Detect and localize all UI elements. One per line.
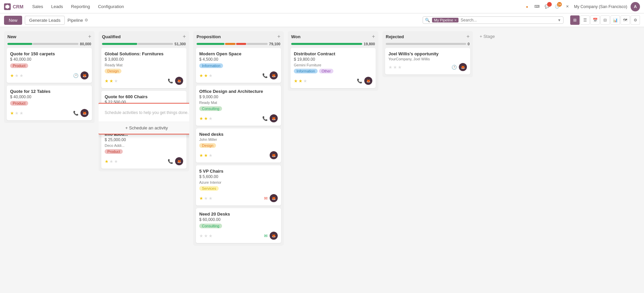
stars[interactable]: ★ ★ ★ <box>10 111 23 116</box>
star-1[interactable]: ★ <box>199 196 203 201</box>
card-avatar[interactable]: 🦊 <box>270 194 278 202</box>
star-3[interactable]: ★ <box>303 78 307 83</box>
card-title[interactable]: Global Solutions: Furnitures <box>105 51 183 56</box>
stars[interactable]: ★ ★ ★ <box>199 196 213 201</box>
star-2[interactable]: ★ <box>15 111 19 116</box>
filter-tag[interactable]: My Pipeline × <box>432 18 459 22</box>
clock-icon[interactable]: 🕐 <box>451 65 457 70</box>
star-2[interactable]: ★ <box>204 196 208 201</box>
card-avatar[interactable]: 🦊 <box>270 232 278 240</box>
card-avatar[interactable]: 🦊 <box>175 77 183 85</box>
tag-services[interactable]: Services <box>199 186 219 191</box>
circle-status-icon[interactable]: ● <box>524 3 530 10</box>
star-3[interactable]: ★ <box>114 78 118 83</box>
tag-information[interactable]: Information <box>294 69 318 73</box>
card-title[interactable]: Office Design and Architecture <box>199 89 278 94</box>
generate-leads-button[interactable]: Generate Leads <box>25 16 65 25</box>
star-3[interactable]: ★ <box>114 159 118 164</box>
star-2[interactable]: ★ <box>299 78 303 83</box>
star-2[interactable]: ★ <box>204 233 208 238</box>
card-title[interactable]: Quote for 150 carpets <box>10 51 89 56</box>
card-title[interactable]: Need 20 Desks <box>199 212 278 217</box>
star-3[interactable]: ★ <box>398 65 402 70</box>
stars[interactable]: ★ ★ ★ <box>105 159 118 164</box>
nav-configuration[interactable]: Configuration <box>95 3 127 10</box>
keyboard-icon[interactable]: ⌨ <box>534 3 540 10</box>
card-avatar[interactable]: 🦊 <box>270 114 278 122</box>
phone-icon[interactable]: 📞 <box>262 73 268 78</box>
phone-icon[interactable]: 📞 <box>357 78 362 83</box>
card-avatar[interactable]: 🦊 <box>364 77 372 85</box>
col-add-new[interactable]: + <box>88 34 91 39</box>
star-2[interactable]: ★ <box>109 159 113 164</box>
card-title[interactable]: Joel Willis's opportunity <box>388 51 467 56</box>
star-3[interactable]: ★ <box>209 116 213 121</box>
card-title[interactable]: Modern Open Space <box>199 51 278 56</box>
star-1[interactable]: ★ <box>105 159 109 164</box>
col-add-rejected[interactable]: + <box>467 34 470 39</box>
tag-information[interactable]: Information <box>199 63 223 68</box>
tag-design[interactable]: Design <box>199 143 216 148</box>
card-avatar[interactable]: 🦊 <box>175 157 183 165</box>
star-2[interactable]: ★ <box>204 73 208 78</box>
card-title[interactable]: 5 VP Chairs <box>199 169 278 174</box>
col-add-proposition[interactable]: + <box>277 34 280 39</box>
card-title[interactable]: Need desks <box>199 132 278 137</box>
pipeline-label[interactable]: Pipeline ⚙ <box>67 18 88 23</box>
stars[interactable]: ★ ★ ★ <box>199 116 213 121</box>
tag-product[interactable]: Product <box>105 149 123 154</box>
card-title[interactable]: Distributor Contract <box>294 51 372 56</box>
star-2[interactable]: ★ <box>204 116 208 121</box>
star-1[interactable]: ★ <box>294 78 298 83</box>
schedule-activity-button[interactable]: + Schedule an activity <box>99 122 189 134</box>
stars[interactable]: ★ ★ ★ <box>294 78 307 83</box>
tag-consulting[interactable]: Consulting <box>199 224 222 228</box>
view-list-button[interactable]: ☰ <box>580 15 590 25</box>
star-1[interactable]: ★ <box>199 116 203 121</box>
email-icon[interactable]: ✉ <box>264 233 268 238</box>
view-pivot-button[interactable]: ⊟ <box>600 15 610 25</box>
new-button[interactable]: New <box>4 16 22 25</box>
stars[interactable]: ★ ★ ★ <box>10 73 23 78</box>
stars[interactable]: ★ ★ ★ <box>199 153 213 158</box>
star-2[interactable]: ★ <box>393 65 397 70</box>
view-chart-button[interactable]: 📊 <box>610 15 620 25</box>
filter-tag-remove[interactable]: × <box>454 18 457 22</box>
tag-design[interactable]: Design <box>105 69 121 73</box>
card-avatar[interactable]: 🦊 <box>270 151 278 159</box>
star-1[interactable]: ★ <box>388 65 392 70</box>
card-avatar[interactable]: 🦊 <box>80 109 89 117</box>
star-3[interactable]: ★ <box>209 73 213 78</box>
nav-reporting[interactable]: Reporting <box>68 3 93 10</box>
view-calendar-button[interactable]: 📅 <box>590 15 600 25</box>
clock-icon[interactable]: 🕐 <box>73 73 78 78</box>
card-avatar[interactable]: 🦊 <box>459 63 467 71</box>
nav-sales[interactable]: Sales <box>29 3 47 10</box>
star-1[interactable]: ★ <box>10 73 14 78</box>
star-1[interactable]: ★ <box>199 233 203 238</box>
star-2[interactable]: ★ <box>109 78 113 83</box>
phone-icon[interactable]: 📞 <box>262 116 268 121</box>
card-title[interactable]: Quote for 600 Chairs <box>105 94 183 99</box>
phone-icon[interactable]: 📞 <box>168 78 173 83</box>
stars[interactable]: ★ ★ ★ <box>199 233 213 238</box>
star-3[interactable]: ★ <box>209 153 213 158</box>
col-add-qualified[interactable]: + <box>183 34 186 39</box>
card-title[interactable]: Quote for 12 Tables <box>10 89 89 94</box>
tag-consulting[interactable]: Consulting <box>199 106 222 111</box>
nav-leads[interactable]: Leads <box>48 3 66 10</box>
view-map-button[interactable]: 🗺 <box>621 15 630 25</box>
phone-icon[interactable]: 📞 <box>73 111 78 116</box>
chat-icon[interactable]: 💬 <box>544 3 550 10</box>
star-3[interactable]: ★ <box>209 233 213 238</box>
card-avatar[interactable]: 🦊 <box>80 71 89 79</box>
view-settings-button[interactable]: ⚙ <box>631 15 640 25</box>
star-1[interactable]: ★ <box>105 78 109 83</box>
stars[interactable]: ★ ★ ★ <box>388 65 402 70</box>
star-2[interactable]: ★ <box>204 153 208 158</box>
wrench-icon[interactable]: ✕ <box>564 3 571 10</box>
star-3[interactable]: ★ <box>19 111 23 116</box>
clock-nav-icon[interactable]: 🕐 34 <box>554 3 560 10</box>
star-2[interactable]: ★ <box>15 73 19 78</box>
email-icon[interactable]: ✉ <box>264 196 268 201</box>
